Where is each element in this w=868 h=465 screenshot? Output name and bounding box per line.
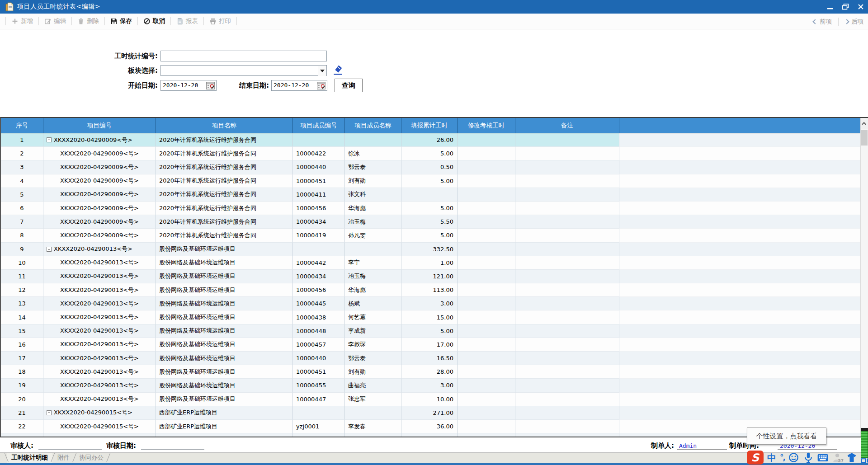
cell-proj_name: 股份网络及基础环境运维项目 (156, 324, 293, 338)
cell-seq: 21 (1, 406, 43, 420)
column-header[interactable]: 项目成员编号 (293, 118, 345, 133)
table-row[interactable]: 16XKXX2020-04290013<号>股份网络及基础环境运维项目10000… (1, 338, 868, 352)
scroll-up-icon[interactable] (861, 118, 868, 129)
table-row[interactable]: 5XKXX2020-04290009<号>2020年计算机系统运行维护服务合同1… (1, 188, 868, 202)
table-row[interactable]: 4XKXX2020-04290009<号>2020年计算机系统运行维护服务合同1… (1, 174, 868, 188)
cell-remark (515, 133, 619, 147)
table-row[interactable]: 13XKXX2020-04290013<号>股份网络及基础环境运维项目10000… (1, 297, 868, 310)
toolbar-button-新增[interactable]: 新增 (9, 15, 36, 27)
reviewer-field[interactable] (38, 449, 102, 450)
column-header[interactable]: 备注 (515, 118, 619, 133)
toolbar-button-报表[interactable]: 报表 (174, 15, 201, 27)
table-row[interactable]: 15XKXX2020-04290013<号>股份网络及基础环境运维项目10000… (1, 324, 868, 338)
cell-modified (458, 379, 515, 392)
punctuation-icon[interactable]: °, (780, 454, 785, 461)
end-date-input[interactable]: 2020-12-20 (271, 80, 327, 91)
cell-proj_no: XKXX2020-04290009<号> (43, 229, 156, 242)
calendar-icon[interactable] (206, 81, 215, 90)
toolbar-button-打印[interactable]: 打印 (207, 15, 234, 27)
cell-remark (515, 393, 619, 406)
green-scrollbar-thumb[interactable] (861, 428, 868, 458)
collapse-icon[interactable] (47, 410, 52, 415)
cell-member_no: 10000451 (293, 365, 345, 379)
collapse-icon[interactable] (47, 247, 52, 252)
toolbar-button-编辑[interactable]: 编辑 (42, 15, 69, 27)
table-row[interactable]: 8XKXX2020-04290009<号>2020年计算机系统运行维护服务合同1… (1, 229, 868, 242)
cell-member_name: 杨斌 (345, 297, 401, 310)
table-row[interactable]: 6XKXX2020-04290009<号>2020年计算机系统运行维护服务合同1… (1, 202, 868, 215)
tab-工时统计明细[interactable]: 工时统计明细 (7, 453, 52, 463)
combo-dropdown-button[interactable] (318, 66, 326, 76)
minimize-icon[interactable] (826, 3, 835, 10)
table-row[interactable]: 1XKXX2020-04290009<号>2020年计算机系统运行维护服务合同2… (1, 133, 868, 147)
toolbar-button-取消[interactable]: 取消 (141, 15, 168, 27)
table-row[interactable]: 17XKXX2020-04290013<号>股份网络及基础环境运维项目10000… (1, 352, 868, 365)
cell-seq: 12 (1, 283, 43, 297)
skin-person-icon[interactable]: 27 (832, 452, 843, 463)
skin-tshirt-icon[interactable] (846, 452, 857, 463)
column-header[interactable]: 项目名称 (156, 118, 293, 133)
calendar-icon[interactable] (317, 81, 326, 90)
column-header[interactable]: 序号 (1, 118, 43, 133)
chinese-mode-icon[interactable]: 中 (767, 453, 776, 462)
vertical-scrollbar[interactable] (860, 118, 868, 437)
cell-proj_name: 2020年计算机系统运行维护服务合同 (156, 160, 293, 174)
table-row[interactable]: 20XKXX2020-04290013<号>股份网络及基础环境运维项目10000… (1, 393, 868, 406)
cell-modified (458, 188, 515, 202)
prev-item-label: 前项 (820, 18, 832, 26)
tab-附件[interactable]: 附件 (53, 453, 74, 463)
stat-no-input[interactable] (160, 51, 327, 61)
table-row[interactable]: 14XKXX2020-04290013<号>股份网络及基础环境运维项目10000… (1, 310, 868, 324)
personalize-tooltip[interactable]: 个性设置，点我看看 (747, 427, 826, 445)
start-date-input[interactable]: 2020-12-20 (160, 80, 217, 91)
collapse-icon[interactable] (47, 137, 52, 142)
table-row[interactable]: 2XKXX2020-04290009<号>2020年计算机系统运行维护服务合同1… (1, 147, 868, 160)
prev-item-button[interactable]: 前项 (813, 18, 832, 26)
clear-eraser-icon[interactable] (332, 64, 344, 75)
cell-member_no: 10000445 (293, 297, 345, 310)
cell-hours: 332.50 (401, 243, 458, 256)
emoji-icon[interactable] (788, 452, 799, 463)
scrollbar-thumb[interactable] (861, 130, 868, 146)
cell-member_name (345, 133, 401, 147)
restore-icon[interactable] (841, 3, 850, 10)
review-date-field[interactable] (141, 449, 204, 450)
microphone-icon[interactable] (803, 452, 814, 463)
next-item-button[interactable]: 后项 (845, 18, 863, 26)
cell-seq: 16 (1, 338, 43, 352)
cell-proj_name: 2020年计算机系统运行维护服务合同 (156, 229, 293, 242)
close-icon[interactable] (856, 3, 865, 10)
table-row[interactable]: 19XKXX2020-04290013<号>股份网络及基础环境运维项目10000… (1, 379, 868, 392)
cell-member_name: 李宁 (345, 256, 401, 270)
column-header[interactable]: 填报累计工时 (401, 118, 458, 133)
cell-modified (458, 352, 515, 365)
module-combobox[interactable] (160, 65, 327, 76)
table-row[interactable]: 11XKXX2020-04290013<号>股份网络及基础环境运维项目10000… (1, 270, 868, 283)
tab-协同办公[interactable]: 协同办公 (75, 453, 108, 463)
cell-hours: 1.00 (401, 256, 458, 270)
table-row[interactable]: 18XKXX2020-04290013<号>股份网络及基础环境运维项目10000… (1, 365, 868, 379)
query-button[interactable]: 查询 (335, 79, 363, 92)
cell-remark (515, 297, 619, 310)
column-header[interactable]: 项目成员名称 (345, 118, 401, 133)
sogou-logo[interactable]: S (747, 451, 764, 465)
reviewer-label: 审核人: (10, 442, 33, 450)
table-row[interactable]: 3XKXX2020-04290009<号>2020年计算机系统运行维护服务合同1… (1, 160, 868, 174)
cell-seq: 3 (1, 160, 43, 174)
table-row[interactable]: 7XKXX2020-04290009<号>2020年计算机系统运行维护服务合同1… (1, 215, 868, 229)
toolbar-button-保存[interactable]: 保存 (108, 15, 135, 27)
column-header[interactable]: 项目编号 (43, 118, 156, 133)
table-row[interactable]: 21XKXX2020-04290015<号>西部矿业ERP运维项目271.00 (1, 406, 868, 420)
keyboard-icon[interactable] (817, 452, 828, 463)
row-filler (619, 420, 868, 433)
cell-proj_no: XKXX2020-04290013<号> (43, 365, 156, 379)
column-header[interactable]: 修改考核工时 (458, 118, 515, 133)
table-row[interactable]: 9XKXX2020-04290013<号>股份网络及基础环境运维项目332.50 (1, 243, 868, 256)
table-row[interactable]: 10XKXX2020-04290013<号>股份网络及基础环境运维项目10000… (1, 256, 868, 270)
cell-member_no: 10000448 (293, 324, 345, 338)
cell-member_name: 冶玉梅 (345, 215, 401, 229)
row-filler (619, 215, 868, 229)
table-row[interactable]: 12XKXX2020-04290013<号>股份网络及基础环境运维项目10000… (1, 283, 868, 297)
toolbar-button-删除[interactable]: 删除 (75, 15, 102, 27)
table-row[interactable]: 22XKXX2020-04290015<号>西部矿业ERP运维项目yzj0001… (1, 420, 868, 433)
